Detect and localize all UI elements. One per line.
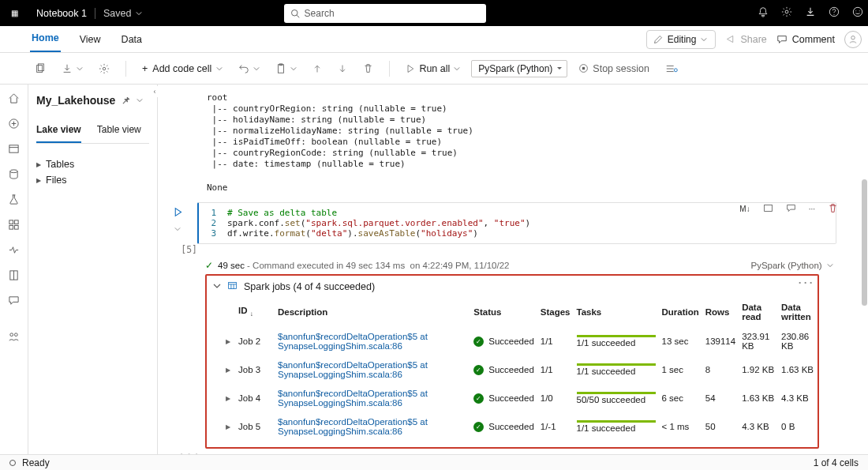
- stop-icon: [578, 63, 589, 73]
- svg-point-25: [10, 333, 13, 336]
- search-input[interactable]: Search: [284, 4, 486, 23]
- chevron-down-icon[interactable]: [137, 97, 143, 103]
- spark-job-row[interactable]: ▶Job 2$anonfun$recordDeltaOperation$5 at…: [221, 327, 822, 356]
- svg-point-11: [103, 67, 106, 70]
- svg-rect-15: [582, 67, 585, 70]
- spark-jobs-panel: • • • Spark jobs (4 of 4 succeeded) ID ↓…: [205, 274, 819, 449]
- search-icon: [290, 9, 300, 18]
- svg-rect-22: [9, 225, 13, 229]
- share-icon: [725, 34, 735, 44]
- notebook-title[interactable]: Notebook 1: [36, 8, 87, 19]
- rail-notebook-icon[interactable]: [7, 268, 21, 282]
- status-ready: Ready: [22, 457, 50, 468]
- cell-md-toggle[interactable]: M↓: [736, 202, 753, 216]
- spark-job-row[interactable]: ▶Job 5$anonfun$recordDeltaOperation$5 at…: [221, 412, 822, 441]
- rail-browse-icon[interactable]: [7, 141, 21, 156]
- comment-button[interactable]: Comment: [776, 34, 835, 45]
- svg-rect-21: [14, 220, 18, 224]
- svg-point-16: [674, 68, 677, 71]
- svg-point-19: [10, 169, 17, 172]
- rail-feedback-icon[interactable]: [7, 293, 21, 307]
- pin-icon[interactable]: 📌︎: [122, 96, 130, 105]
- feedback-icon[interactable]: [852, 6, 863, 20]
- svg-rect-27: [764, 205, 772, 211]
- delete-button[interactable]: [358, 60, 378, 77]
- waffle-icon[interactable]: ▦: [3, 9, 25, 17]
- kernel-select[interactable]: PySpark (Python): [471, 60, 567, 77]
- rail-people-icon[interactable]: [7, 329, 21, 344]
- cell-toolbar: M↓ ···: [736, 201, 841, 217]
- cell-more-icon[interactable]: ···: [806, 202, 818, 216]
- move-up-button[interactable]: [308, 61, 327, 77]
- lakehouse-title[interactable]: My_Lakehouse 📌︎: [36, 91, 149, 107]
- saved-label[interactable]: Saved: [103, 8, 142, 19]
- svg-rect-20: [9, 220, 13, 224]
- run-all-button[interactable]: Run all: [401, 60, 465, 77]
- rail-experiment-icon[interactable]: [7, 192, 21, 206]
- schema-output: root |-- countryOrRegion: string (nullab…: [207, 92, 851, 170]
- svg-rect-28: [229, 282, 237, 288]
- cell-comment-icon[interactable]: [783, 201, 799, 217]
- tree-files[interactable]: ▶Files: [36, 172, 149, 188]
- cell-output-icon[interactable]: [760, 201, 776, 217]
- cell-prompt: [5]: [158, 244, 197, 255]
- svg-line-1: [297, 15, 299, 17]
- svg-point-6: [855, 10, 856, 11]
- svg-rect-23: [14, 225, 18, 229]
- spark-job-row[interactable]: ▶Job 3$anonfun$recordDeltaOperation$5 at…: [221, 355, 822, 384]
- share-button[interactable]: Share: [725, 34, 766, 45]
- collapse-spark-icon[interactable]: [213, 281, 221, 292]
- cell-count: 1 of 4 cells: [814, 457, 859, 468]
- svg-point-26: [14, 333, 17, 336]
- copy-button[interactable]: [30, 60, 51, 77]
- download-nb-button[interactable]: [57, 60, 88, 77]
- stop-session-button[interactable]: Stop session: [574, 60, 654, 77]
- tab-view[interactable]: View: [78, 34, 103, 52]
- svg-point-8: [851, 36, 855, 39]
- tab-data[interactable]: Data: [120, 34, 144, 52]
- tree-tables[interactable]: ▶Tables: [36, 156, 149, 172]
- rail-monitor-icon[interactable]: [7, 243, 21, 257]
- svg-point-4: [833, 14, 834, 15]
- manage-button[interactable]: [94, 60, 114, 77]
- none-output: None: [207, 182, 851, 193]
- notifications-icon[interactable]: [758, 6, 769, 20]
- move-down-button[interactable]: [333, 61, 352, 77]
- cell-lang[interactable]: PySpark (Python): [750, 261, 833, 270]
- svg-point-2: [785, 10, 788, 13]
- check-icon: ✓: [205, 260, 213, 271]
- spark-title: Spark jobs (4 of 4 succeeded): [244, 281, 375, 292]
- svg-point-5: [853, 7, 862, 16]
- play-icon: [406, 64, 415, 73]
- left-rail: [0, 85, 28, 454]
- spark-job-row[interactable]: ▶Job 4$anonfun$recordDeltaOperation$5 at…: [221, 384, 822, 412]
- presence-avatar[interactable]: [844, 31, 862, 48]
- svg-point-7: [859, 10, 860, 11]
- cell-run-menu-icon[interactable]: [174, 226, 181, 234]
- undo-button[interactable]: [234, 60, 264, 77]
- rail-home-icon[interactable]: [7, 91, 21, 105]
- paste-button[interactable]: [271, 60, 301, 77]
- tab-home[interactable]: Home: [30, 32, 61, 52]
- rail-add-icon[interactable]: [7, 116, 21, 130]
- session-options[interactable]: [660, 60, 683, 77]
- kernel-status-icon: [9, 460, 16, 466]
- svg-rect-12: [279, 64, 284, 73]
- rail-app-icon[interactable]: [7, 217, 21, 231]
- tab-table-view[interactable]: Table view: [97, 122, 141, 143]
- settings-icon[interactable]: [781, 6, 792, 20]
- svg-point-0: [291, 9, 297, 16]
- rail-data-icon[interactable]: [7, 167, 21, 181]
- vertical-scrollbar[interactable]: [860, 85, 868, 454]
- run-cell-icon[interactable]: [173, 207, 183, 220]
- download-icon[interactable]: [805, 6, 816, 20]
- output-ellipsis[interactable]: • • •: [180, 450, 851, 454]
- pencil-icon: [653, 35, 663, 44]
- add-code-cell[interactable]: + Add code cell: [137, 60, 227, 77]
- spark-icon: [227, 280, 238, 293]
- help-icon[interactable]: [829, 6, 840, 20]
- spark-more-icon[interactable]: • • •: [799, 279, 813, 286]
- tab-lake-view[interactable]: Lake view: [36, 122, 81, 143]
- cell-delete-icon[interactable]: [825, 201, 841, 217]
- editing-mode[interactable]: Editing: [646, 30, 716, 49]
